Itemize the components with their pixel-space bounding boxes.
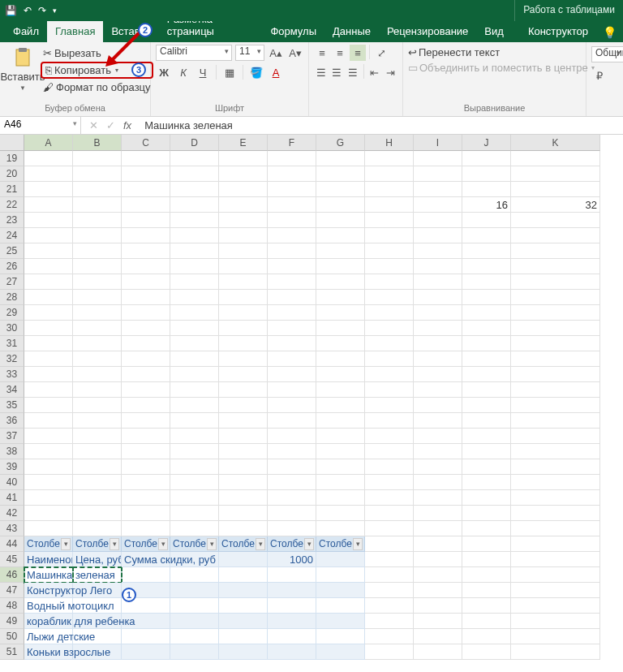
cell[interactable]	[170, 475, 219, 490]
cell[interactable]	[170, 459, 219, 475]
cell[interactable]	[462, 151, 511, 166]
cell[interactable]	[268, 243, 316, 259]
cell[interactable]	[511, 166, 600, 182]
cell[interactable]	[73, 382, 122, 398]
spreadsheet-grid[interactable]: ABCDEFGHIJK19202122163223242526272829303…	[0, 135, 623, 660]
cell[interactable]	[219, 429, 268, 444]
cell[interactable]	[73, 336, 122, 351]
cell[interactable]	[73, 459, 122, 475]
cell[interactable]	[268, 305, 316, 321]
row-header[interactable]: 47	[0, 583, 24, 598]
cell[interactable]	[316, 644, 365, 660]
cell[interactable]	[122, 321, 170, 336]
cell[interactable]	[414, 259, 462, 274]
cell[interactable]	[316, 305, 365, 321]
cell[interactable]	[219, 243, 268, 259]
cell[interactable]	[219, 259, 268, 274]
row-header[interactable]: 45	[0, 552, 24, 567]
cell[interactable]	[414, 475, 462, 490]
decrease-font-icon[interactable]: A▾	[287, 45, 303, 61]
cell[interactable]	[170, 243, 219, 259]
italic-button[interactable]: К	[175, 64, 191, 80]
cell[interactable]	[511, 536, 600, 552]
cell[interactable]	[24, 506, 73, 521]
cell[interactable]	[170, 506, 219, 521]
cell[interactable]	[170, 490, 219, 506]
cell[interactable]	[365, 429, 414, 444]
cell[interactable]	[24, 429, 73, 444]
cell[interactable]	[73, 290, 122, 305]
tab-design[interactable]: Конструктор	[520, 21, 596, 42]
cell[interactable]: Столбе	[219, 536, 268, 552]
cell[interactable]	[462, 521, 511, 536]
cell[interactable]	[414, 305, 462, 321]
cell[interactable]	[462, 321, 511, 336]
cell[interactable]	[24, 274, 73, 290]
cell[interactable]	[268, 398, 316, 413]
cell[interactable]	[122, 166, 170, 182]
cell[interactable]	[219, 552, 268, 567]
cell[interactable]	[316, 429, 365, 444]
cell[interactable]	[414, 382, 462, 398]
currency-icon[interactable]: ₽	[591, 67, 608, 84]
column-header[interactable]: I	[414, 135, 462, 151]
cell[interactable]	[316, 290, 365, 305]
row-header[interactable]: 40	[0, 475, 24, 490]
row-header[interactable]: 36	[0, 413, 24, 429]
align-bottom-icon[interactable]: ≡	[350, 45, 366, 61]
increase-font-icon[interactable]: A▴	[268, 45, 284, 61]
cell[interactable]	[414, 197, 462, 213]
cell[interactable]	[316, 274, 365, 290]
cell[interactable]	[414, 274, 462, 290]
cell[interactable]	[219, 444, 268, 459]
paste-button[interactable]: Вставить ▼	[5, 45, 41, 94]
cell[interactable]	[414, 552, 462, 567]
cell[interactable]	[414, 536, 462, 552]
cell[interactable]	[73, 444, 122, 459]
cell[interactable]	[219, 583, 268, 598]
tab-data[interactable]: Данные	[324, 21, 379, 42]
cell[interactable]	[122, 151, 170, 166]
row-header[interactable]: 28	[0, 290, 24, 305]
cell[interactable]	[24, 413, 73, 429]
cell[interactable]	[219, 490, 268, 506]
cell[interactable]	[170, 228, 219, 243]
cell[interactable]	[24, 228, 73, 243]
cell[interactable]	[511, 398, 600, 413]
cell[interactable]	[511, 459, 600, 475]
cell[interactable]	[414, 429, 462, 444]
cell[interactable]	[73, 321, 122, 336]
cell[interactable]	[365, 151, 414, 166]
cell[interactable]	[462, 228, 511, 243]
cell[interactable]	[316, 213, 365, 228]
cell[interactable]	[365, 475, 414, 490]
cell[interactable]	[170, 413, 219, 429]
cell[interactable]	[24, 444, 73, 459]
row-header[interactable]: 48	[0, 598, 24, 614]
row-header[interactable]: 33	[0, 367, 24, 382]
cell[interactable]	[511, 413, 600, 429]
cell[interactable]	[365, 166, 414, 182]
cell[interactable]	[365, 567, 414, 583]
cell[interactable]: Лыжи детские	[24, 629, 73, 644]
font-size-combo[interactable]: 11	[235, 45, 264, 61]
cell[interactable]	[73, 166, 122, 182]
row-header[interactable]: 26	[0, 259, 24, 274]
cell[interactable]	[268, 151, 316, 166]
cell[interactable]	[414, 290, 462, 305]
cell[interactable]	[268, 521, 316, 536]
fill-color-button[interactable]: 🪣	[248, 64, 264, 80]
cell[interactable]	[268, 429, 316, 444]
cell[interactable]	[219, 197, 268, 213]
cell[interactable]	[511, 490, 600, 506]
cell[interactable]	[365, 459, 414, 475]
cell[interactable]	[170, 166, 219, 182]
row-header[interactable]: 23	[0, 213, 24, 228]
cell[interactable]	[511, 151, 600, 166]
cell[interactable]	[219, 182, 268, 197]
cell[interactable]: Сумма скидки, руб	[122, 552, 170, 567]
row-header[interactable]: 38	[0, 444, 24, 459]
cell[interactable]	[24, 243, 73, 259]
row-header[interactable]: 51	[0, 644, 24, 660]
row-header[interactable]: 34	[0, 382, 24, 398]
